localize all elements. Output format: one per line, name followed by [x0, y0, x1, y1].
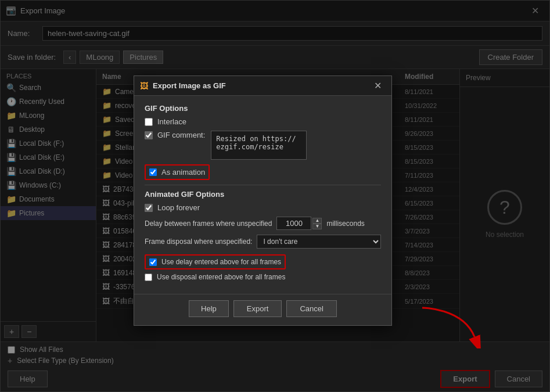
use-delay-row: Use delay entered above for all frames — [145, 254, 286, 269]
use-delay-checkbox[interactable] — [149, 258, 157, 266]
loop-forever-label: Loop forever — [157, 203, 200, 212]
dialog-title-bar: 🖼 Export Image as GIF ✕ — [134, 76, 391, 96]
delay-label: Delay between frames where unspecified — [145, 220, 272, 228]
dialog-export-button[interactable]: Export — [233, 300, 282, 317]
loop-forever-row: Loop forever — [145, 203, 381, 212]
gif-comment-label: GIF comment: — [157, 131, 205, 139]
use-disposal-checkbox[interactable] — [145, 274, 152, 281]
as-animation-label: As animation — [161, 168, 205, 177]
delay-stepper-up[interactable]: ▲ — [312, 218, 322, 224]
dialog-help-button[interactable]: Help — [189, 300, 229, 317]
as-animation-checkbox[interactable] — [149, 168, 157, 176]
interlace-row: Interlace — [145, 117, 381, 126]
delay-stepper: ▲ ▼ — [312, 218, 322, 229]
animated-gif-title: Animated GIF Options — [145, 190, 381, 199]
dialog-title-icon: 🖼 — [140, 81, 148, 91]
dialog-title-text: Export Image as GIF — [153, 81, 226, 90]
delay-stepper-down[interactable]: ▼ — [312, 224, 322, 229]
as-animation-row: As animation — [145, 164, 210, 180]
dialog-body: GIF Options Interlace GIF comment: Resiz… — [134, 96, 391, 294]
delay-input[interactable] — [276, 217, 311, 230]
use-delay-label: Use delay entered above for all frames — [161, 258, 281, 266]
gif-comment-checkbox[interactable] — [145, 131, 153, 139]
use-disposal-row: Use disposal entered above for all frame… — [145, 273, 381, 281]
delay-row: Delay between frames where unspecified ▲… — [145, 217, 381, 230]
gif-options-title: GIF Options — [145, 104, 381, 113]
loop-forever-checkbox[interactable] — [145, 204, 153, 212]
export-gif-dialog: 🖼 Export Image as GIF ✕ GIF Options Inte… — [134, 75, 392, 326]
dialog-close-button[interactable]: ✕ — [369, 78, 386, 94]
frame-disposal-label: Frame disposal where unspecified: — [145, 238, 252, 246]
dialog-cancel-button[interactable]: Cancel — [286, 300, 336, 317]
gif-comment-textarea[interactable]: Resized on https:// ezgif.com/resize — [211, 131, 307, 160]
interlace-label: Interlace — [157, 117, 186, 126]
dialog-buttons: Help Export Cancel — [134, 294, 391, 325]
gif-comment-row: GIF comment: — [145, 131, 205, 139]
frame-disposal-row: Frame disposal where unspecified: I don'… — [145, 235, 381, 249]
use-disposal-label: Use disposal entered above for all frame… — [157, 273, 285, 281]
delay-unit-label: milliseconds — [326, 220, 364, 228]
interlace-checkbox[interactable] — [145, 118, 153, 126]
frame-disposal-select[interactable]: I don't care Do not dispose Background P… — [257, 235, 381, 249]
